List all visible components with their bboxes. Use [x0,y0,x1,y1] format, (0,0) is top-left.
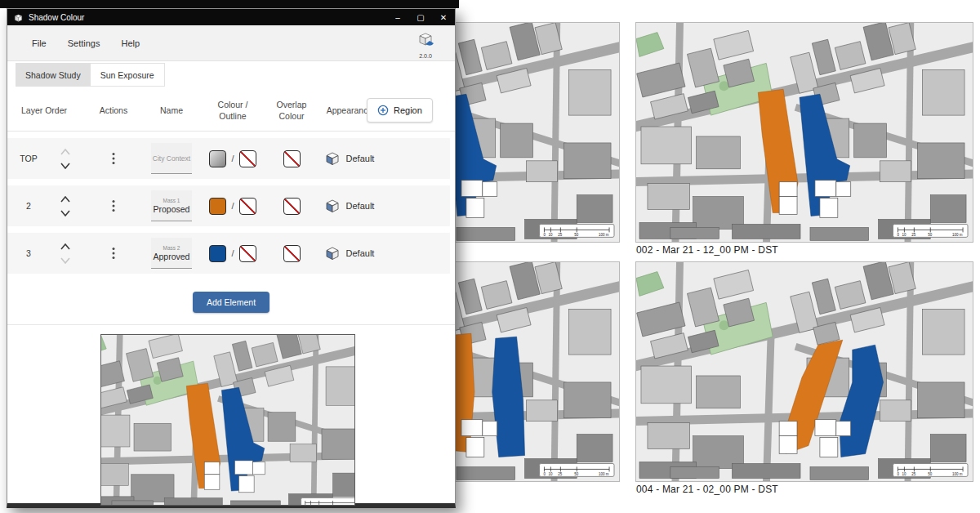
colour-swatch[interactable] [209,198,226,215]
kebab-menu-icon[interactable] [81,152,146,165]
name-value: Approved [154,252,190,261]
appearance-select[interactable]: Default [314,199,385,213]
slash-separator: / [231,248,234,258]
overlap-swatch-none[interactable] [283,245,301,262]
window-title: Shadow Colour [29,13,386,22]
cube-icon [325,151,340,166]
outline-swatch-none[interactable] [239,150,256,167]
colour-swatch[interactable] [209,150,226,167]
layer-order-label: 3 [7,248,50,258]
name-field[interactable]: City Context [151,143,192,174]
name-field-label: Mass 2 [163,244,180,252]
chevron-down-icon[interactable] [60,163,71,169]
header-actions: Actions [81,105,146,116]
svg-text:10: 10 [902,233,906,237]
app-window: Shadow Colour – ▢ ✕ File Settings Help 2… [7,8,456,508]
svg-text:50: 50 [928,233,932,237]
svg-text:50: 50 [928,472,932,476]
menu-help[interactable]: Help [121,38,140,48]
map-caption-2: 002 - Mar 21 - 12_00 PM - DST [636,244,778,256]
maximize-button[interactable]: ▢ [409,9,432,25]
logo-icon [416,29,435,50]
name-field-label: Mass 1 [163,197,180,204]
svg-text:50: 50 [574,472,578,476]
svg-text:25: 25 [911,472,915,476]
cube-icon [325,199,340,213]
table-header: Layer Order Actions Name Colour / Outlin… [7,91,455,132]
outline-swatch-none[interactable] [239,245,256,262]
kebab-menu-icon[interactable] [81,247,146,260]
name-field[interactable]: Mass 1 Proposed [151,190,192,221]
table-row: 2 Mass 1 Proposed / [7,185,450,226]
svg-text:100 m: 100 m [952,472,963,476]
svg-text:50: 50 [574,233,578,237]
header-name: Name [146,105,197,116]
appearance-select[interactable]: Default [314,246,385,261]
map-tile-4: 0102550100 m [635,261,973,482]
name-value: Proposed [154,204,190,214]
svg-text:25: 25 [558,233,562,237]
svg-text:100 m: 100 m [599,472,609,476]
screenshot-stage: 0102550100 m 0102550100 m [0,0,980,513]
overlap-swatch-none[interactable] [283,150,301,167]
background-window-edge [0,0,459,8]
tab-shadow-study[interactable]: Shadow Study [16,63,91,87]
layer-order-label: 2 [7,201,50,211]
appearance-value: Default [346,201,375,211]
outline-swatch-none[interactable] [239,198,256,215]
chevron-up-icon[interactable] [60,149,71,155]
svg-text:25: 25 [558,472,562,476]
chevron-up-icon[interactable] [60,196,71,203]
svg-text:25: 25 [911,233,915,237]
svg-text:10: 10 [548,472,552,476]
appearance-select[interactable]: Default [314,151,385,166]
appearance-value: Default [346,248,375,258]
name-placeholder: City Context [153,154,190,163]
shadow-preview-image: 0102550100 m [100,334,355,506]
svg-text:10: 10 [548,233,552,237]
close-button[interactable]: ✕ [432,9,455,25]
colour-swatch[interactable] [209,245,226,262]
divider [7,324,455,325]
map-tile-2: 0102550100 m [635,22,973,243]
app-logo: 2.0.0 [416,29,435,59]
region-button-label: Region [394,105,422,115]
menu-bar: File Settings Help 2.0.0 [7,25,455,61]
layer-order-label: TOP [7,154,50,163]
name-field[interactable]: Mass 2 Approved [151,238,192,269]
svg-text:10: 10 [902,472,906,476]
menu-settings[interactable]: Settings [68,38,100,48]
chevron-down-icon[interactable] [60,257,71,264]
svg-text:100 m: 100 m [599,233,609,237]
tab-strip: Shadow Study Sun Exposure [7,63,455,87]
svg-text:100 m: 100 m [952,233,963,237]
header-layer-order: Layer Order [7,105,81,116]
header-overlap-colour: Overlap Colour [269,99,314,122]
add-element-button[interactable]: Add Element [193,292,270,313]
region-add-icon [377,105,389,116]
table-row: TOP City Context / Default [7,138,450,179]
menu-file[interactable]: File [32,38,47,48]
version-label: 2.0.0 [416,53,435,59]
overlap-swatch-none[interactable] [283,198,301,215]
chevron-up-icon[interactable] [60,243,71,250]
title-bar[interactable]: Shadow Colour – ▢ ✕ [7,9,455,25]
appearance-value: Default [346,154,375,163]
tab-sun-exposure[interactable]: Sun Exposure [91,63,165,87]
map-caption-4: 004 - Mar 21 - 02_00 PM - DST [636,484,778,495]
slash-separator: / [231,154,234,163]
region-button[interactable]: Region [367,98,433,123]
header-colour-outline: Colour / Outline [197,99,269,122]
minimize-button[interactable]: – [386,9,409,25]
cube-icon [325,246,340,261]
kebab-menu-icon[interactable] [81,199,146,212]
chevron-down-icon[interactable] [60,210,71,216]
app-icon [13,12,24,23]
table-row: 3 Mass 2 Approved / [7,233,450,274]
slash-separator: / [231,201,234,211]
